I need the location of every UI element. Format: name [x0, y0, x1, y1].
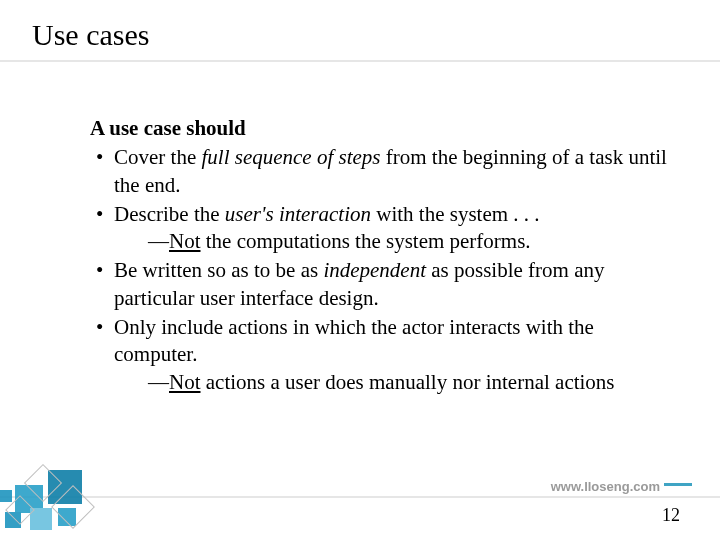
footer-accent-line — [664, 483, 692, 486]
sub-text-post: the computations the system performs. — [201, 229, 531, 253]
bullet-text-pre: Be written so as to be as — [114, 258, 323, 282]
bullet-text-pre: Describe the — [114, 202, 225, 226]
svg-rect-8 — [6, 496, 34, 524]
list-item: Be written so as to be as independent as… — [90, 257, 670, 312]
sub-text-post: actions a user does manually nor interna… — [201, 370, 615, 394]
footer-divider — [0, 496, 720, 498]
bullet-text-emph: full sequence of steps — [201, 145, 380, 169]
page-number: 12 — [662, 505, 680, 526]
corner-decoration-icon — [0, 430, 120, 540]
sub-underline: Not — [169, 370, 201, 394]
bullet-text-pre: Only include actions in which the actor … — [114, 315, 594, 366]
bullet-text-pre: Cover the — [114, 145, 201, 169]
title-underline — [0, 60, 720, 62]
list-item: Only include actions in which the actor … — [90, 314, 670, 396]
svg-rect-3 — [5, 512, 21, 528]
svg-rect-4 — [58, 508, 76, 526]
svg-rect-1 — [48, 470, 82, 504]
svg-rect-7 — [52, 486, 94, 528]
bullet-text-post: with the system . . . — [371, 202, 540, 226]
bullet-text-emph: user's interaction — [225, 202, 371, 226]
list-item: Describe the user's interaction with the… — [90, 201, 670, 256]
svg-rect-2 — [30, 508, 52, 530]
body-heading: A use case should — [90, 115, 670, 142]
page-title: Use cases — [32, 18, 149, 52]
sub-underline: Not — [169, 229, 201, 253]
svg-rect-0 — [15, 485, 43, 513]
bullet-text-emph: independent — [323, 258, 426, 282]
footer-url: www.lloseng.com — [551, 479, 660, 494]
sub-item: Not the computations the system performs… — [114, 228, 670, 255]
bullet-list: Cover the full sequence of steps from th… — [90, 144, 670, 396]
body-content: A use case should Cover the full sequenc… — [90, 115, 670, 398]
sub-item: Not actions a user does manually nor int… — [114, 369, 670, 396]
list-item: Cover the full sequence of steps from th… — [90, 144, 670, 199]
